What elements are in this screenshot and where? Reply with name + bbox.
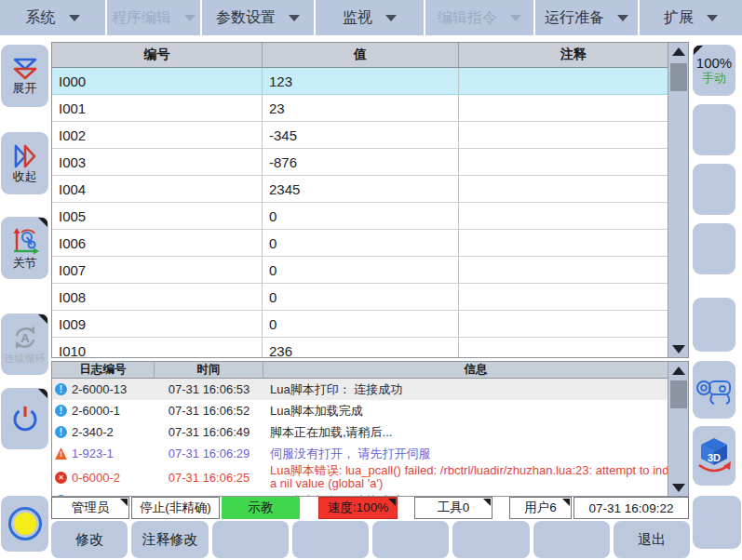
empty-button[interactable] — [452, 521, 529, 558]
scroll-down-icon[interactable] — [668, 340, 689, 357]
speed-status[interactable]: 速度:100% — [318, 497, 398, 519]
cell-id: I010 — [52, 338, 263, 358]
log-code: 2-6000-13 — [72, 382, 127, 396]
run-state-label: 停止(非精确) — [140, 500, 211, 516]
cell-comment — [459, 230, 688, 256]
log-code: 2-340-2 — [72, 425, 114, 439]
log-message: Lua脚本加载完成 — [263, 405, 688, 418]
user-role-status[interactable]: 管理员 — [51, 497, 129, 519]
table-row[interactable]: I003 -876 — [52, 149, 688, 176]
empty-side-button[interactable] — [693, 164, 735, 215]
table-row[interactable]: I004 2345 — [52, 176, 688, 203]
table-row[interactable]: I005 0 — [52, 203, 688, 230]
joint-label: 关节 — [13, 256, 37, 270]
table-header-row: 编号 值 注释 — [52, 43, 688, 68]
speed-percent-label: 100% — [696, 55, 732, 71]
table-row[interactable]: I008 0 — [52, 284, 688, 311]
cell-value: 0 — [263, 230, 459, 256]
cell-value: 0 — [263, 284, 459, 310]
log-column-time[interactable]: 时间 — [155, 362, 263, 378]
log-scrollbar[interactable] — [668, 362, 688, 496]
collapse-button[interactable]: 收起 — [1, 132, 48, 194]
empty-side-button[interactable] — [693, 496, 741, 549]
table-body: I000 123 I001 23 I002 -345 I003 -876 I00… — [52, 68, 688, 358]
scroll-down-icon[interactable] — [668, 479, 689, 496]
empty-button[interactable] — [292, 521, 369, 558]
expand-button[interactable]: 展开 — [1, 45, 48, 107]
table-row[interactable]: I001 23 — [52, 95, 688, 122]
exit-button[interactable]: 退出 — [614, 521, 690, 558]
empty-button[interactable] — [372, 521, 449, 558]
chevron-down-icon — [707, 15, 718, 21]
cell-id: I009 — [52, 311, 263, 337]
empty-side-button[interactable] — [693, 104, 735, 155]
collapse-label: 收起 — [13, 169, 37, 183]
servo-power-button[interactable] — [1, 388, 48, 449]
table-row[interactable]: I010 236 — [52, 338, 688, 358]
menu-run-prepare[interactable]: 运行准备 — [535, 0, 638, 35]
gamepad-icon — [694, 372, 735, 407]
view-3d-button[interactable]: 3D — [693, 426, 735, 486]
column-header-comment[interactable]: 注释 — [459, 43, 688, 67]
log-row[interactable]: ! 2-6000-13 07-31 16:06:11 Lua脚本打印： 连接成功 — [52, 490, 688, 497]
log-row[interactable]: ! 2-6000-13 07-31 16:06:53 Lua脚本打印： 连接成功 — [52, 379, 688, 400]
log-time: 07-31 16:06:49 — [155, 425, 263, 439]
empty-side-button[interactable] — [693, 223, 735, 274]
menu-extension[interactable]: 扩展 — [640, 0, 742, 35]
chevron-down-icon — [184, 15, 196, 21]
cell-comment — [459, 203, 688, 229]
scroll-up-icon[interactable] — [668, 43, 689, 60]
empty-button[interactable] — [533, 521, 610, 558]
menu-system[interactable]: 系统 — [0, 0, 105, 35]
chevron-down-icon — [289, 15, 300, 21]
continuous-loop-button: A 连续循环 — [1, 313, 48, 375]
joint-mode-button[interactable]: 关节 — [1, 217, 48, 279]
status-bar: 管理员 停止(非精确) 示教 速度:100% 工具0 用户6 07-31 16:… — [51, 497, 690, 519]
table-row[interactable]: I009 0 — [52, 311, 688, 338]
log-row-error[interactable]: ✕ 0-6000-2 07-31 16:06:25 Lua脚本错误: lua_p… — [52, 464, 688, 490]
table-row[interactable]: I006 0 — [52, 230, 688, 257]
table-row[interactable]: I002 -345 — [52, 122, 688, 149]
empty-button[interactable] — [212, 521, 289, 558]
datetime-status: 07-31 16:09:22 — [573, 497, 689, 519]
user-frame-label: 用户6 — [524, 500, 557, 516]
log-row[interactable]: ! 2-6000-1 07-31 16:06:52 Lua脚本加载完成 — [52, 400, 688, 421]
log-column-code[interactable]: 日志编号 — [52, 362, 155, 378]
log-row[interactable]: ! 2-340-2 07-31 16:06:49 脚本正在加载,请稍后... — [52, 421, 688, 443]
cube-3d-icon: 3D — [695, 435, 734, 476]
cell-id: I008 — [52, 284, 263, 310]
log-column-message[interactable]: 信息 — [263, 362, 688, 378]
cell-id: I000 — [52, 68, 263, 94]
table-row-selected[interactable]: I000 123 — [52, 68, 688, 95]
table-row[interactable]: I007 0 — [52, 257, 688, 284]
comment-modify-button[interactable]: 注释修改 — [131, 521, 208, 558]
empty-side-button[interactable] — [693, 298, 735, 352]
column-header-value[interactable]: 值 — [263, 43, 459, 67]
scroll-up-icon[interactable] — [668, 362, 689, 379]
log-header-row: 日志编号 时间 信息 — [52, 362, 688, 379]
menu-parameter-settings[interactable]: 参数设置 — [202, 0, 314, 35]
tool-status[interactable]: 工具0 — [414, 497, 492, 519]
log-message: Lua脚本打印： 连接成功 — [263, 383, 688, 396]
log-code: 2-6000-1 — [72, 404, 120, 418]
table-scrollbar[interactable] — [668, 43, 688, 357]
log-message: 脚本正在加载,请稍后... — [263, 426, 688, 439]
teach-mode-badge: 示教 — [222, 497, 300, 519]
log-row-warning[interactable]: ! 1-923-1 07-31 16:06:29 伺服没有打开， 请先打开伺服 — [52, 443, 688, 464]
controller-button[interactable] — [693, 361, 735, 419]
cell-comment — [459, 68, 688, 94]
chevron-down-icon — [617, 15, 628, 21]
bottom-button-bar: 修改 注释修改 退出 — [51, 521, 690, 558]
menu-monitor[interactable]: 监视 — [316, 0, 424, 35]
servo-status-button[interactable] — [1, 496, 48, 552]
datetime-label: 07-31 16:09:22 — [589, 501, 674, 515]
menu-label: 程序编辑 — [112, 8, 171, 28]
double-chevron-down-icon — [12, 57, 38, 81]
user-frame-status[interactable]: 用户6 — [509, 497, 572, 519]
scrollbar-thumb[interactable] — [670, 63, 687, 91]
column-header-number[interactable]: 编号 — [52, 43, 263, 67]
scrollbar-thumb[interactable] — [670, 380, 687, 408]
modify-button[interactable]: 修改 — [51, 521, 128, 558]
speed-override-button[interactable]: 100% 手动 — [693, 45, 735, 96]
chevron-down-icon — [69, 15, 80, 21]
